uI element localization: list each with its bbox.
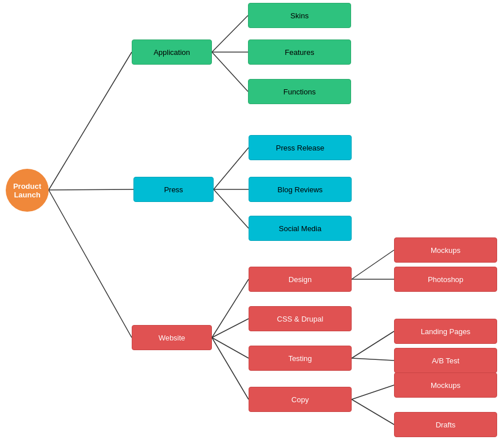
svg-line-17 [352,385,394,399]
application-node[interactable]: Application [132,39,212,65]
svg-line-11 [212,338,249,358]
press-node[interactable]: Press [133,177,214,202]
press-release-node[interactable]: Press Release [249,135,352,160]
svg-line-18 [352,399,394,425]
svg-line-5 [212,52,248,92]
svg-line-12 [212,338,249,399]
functions-node[interactable]: Functions [248,79,351,104]
ab-test-node[interactable]: A/B Test [394,348,497,373]
product-launch-node[interactable]: Product Launch [6,169,49,212]
svg-line-1 [49,189,133,190]
svg-line-13 [352,250,394,279]
website-node[interactable]: Website [132,325,212,350]
svg-line-8 [214,189,249,228]
mind-map-canvas: Product Launch Application Skins Feature… [0,0,504,440]
svg-line-0 [49,52,132,190]
landing-pages-node[interactable]: Landing Pages [394,319,497,344]
svg-line-15 [352,331,394,358]
skins-node[interactable]: Skins [248,3,351,28]
blog-reviews-node[interactable]: Blog Reviews [249,177,352,202]
drafts-node[interactable]: Drafts [394,412,497,437]
svg-line-9 [212,279,249,338]
svg-line-10 [212,319,249,338]
mockups1-node[interactable]: Mockups [394,237,497,263]
design-node[interactable]: Design [249,267,352,292]
mockups2-node[interactable]: Mockups [394,372,497,398]
svg-line-3 [212,15,248,52]
svg-line-2 [49,190,132,338]
social-media-node[interactable]: Social Media [249,216,352,241]
features-node[interactable]: Features [248,39,351,65]
svg-line-16 [352,358,394,360]
svg-line-6 [214,148,249,189]
testing-node[interactable]: Testing [249,346,352,371]
photoshop-node[interactable]: Photoshop [394,267,497,292]
copy-node[interactable]: Copy [249,387,352,412]
css-drupal-node[interactable]: CSS & Drupal [249,306,352,331]
